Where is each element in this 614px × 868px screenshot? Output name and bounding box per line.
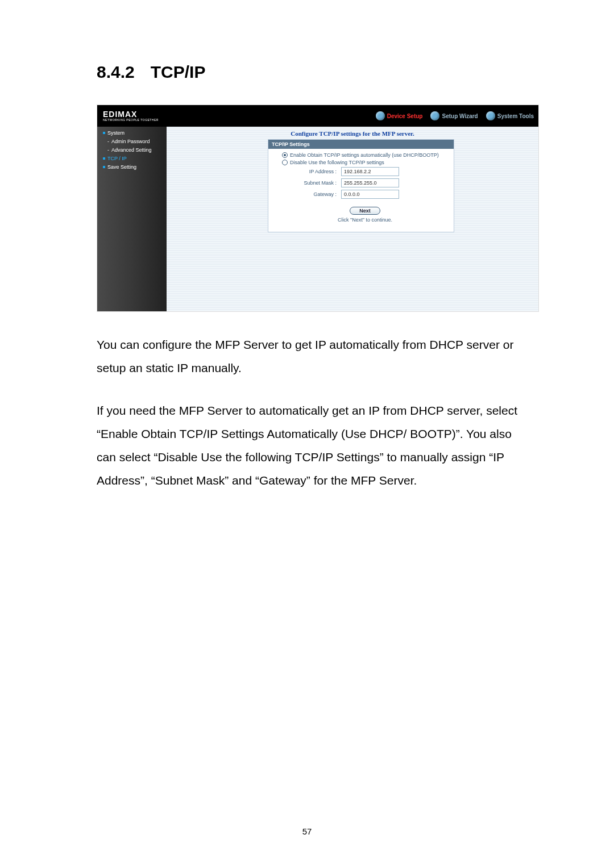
nav-setup-wizard[interactable]: Setup Wizard xyxy=(430,111,478,120)
field-ip-address: IP Address : xyxy=(282,167,448,176)
page-number: 57 xyxy=(0,827,614,836)
heading-number: 8.4.2 xyxy=(97,62,135,81)
bullet-icon xyxy=(103,132,105,134)
radio-disable-label: Disable Use the following TCP/IP setting… xyxy=(290,160,384,165)
nav-device-setup[interactable]: Device Setup xyxy=(376,111,423,120)
topbar: EDIMAX NETWORKING PEOPLE TOGETHER Device… xyxy=(97,105,538,127)
paragraph-1: You can configure the MFP Server to get … xyxy=(97,333,529,380)
top-nav: Device Setup Setup Wizard System Tools xyxy=(376,111,534,120)
section-heading: 8.4.2TCP/IP xyxy=(97,62,529,82)
field-subnet-mask: Subnet Mask : xyxy=(282,178,448,187)
radio-disable-static[interactable]: Disable Use the following TCP/IP setting… xyxy=(282,160,448,165)
wizard-icon xyxy=(430,111,439,120)
panel-title: Configure TCP/IP settings for the MFP se… xyxy=(167,127,538,137)
logo-brand: EDIMAX xyxy=(103,110,137,119)
sidebar-save-label: Save Setting xyxy=(107,164,136,170)
sidebar-item-save-setting[interactable]: Save Setting xyxy=(103,164,162,170)
ip-label: IP Address : xyxy=(282,169,341,174)
paragraph-2: If you need the MFP Server to automatica… xyxy=(97,399,529,493)
sidebar: System - Admin Password - Advanced Setti… xyxy=(97,127,167,311)
globe-icon xyxy=(376,111,385,120)
sidebar-advanced-label: Advanced Setting xyxy=(111,147,152,153)
subnet-input[interactable] xyxy=(341,178,399,187)
sidebar-item-system[interactable]: System xyxy=(103,130,162,136)
gateway-input[interactable] xyxy=(341,190,399,199)
body-text: You can configure the MFP Server to get … xyxy=(97,333,529,493)
sidebar-item-tcpip[interactable]: TCP / IP xyxy=(103,156,162,161)
next-button[interactable]: Next xyxy=(350,207,380,215)
main-panel: Configure TCP/IP settings for the MFP se… xyxy=(167,127,538,311)
nav-setup-wizard-label: Setup Wizard xyxy=(442,113,478,119)
logo-tagline: NETWORKING PEOPLE TOGETHER xyxy=(103,119,159,122)
tcpip-panel: TCP/IP Settings Enable Obtain TCP/IP set… xyxy=(268,139,454,232)
bullet-icon xyxy=(103,166,105,168)
subnet-label: Subnet Mask : xyxy=(282,180,341,186)
edimax-logo: EDIMAX NETWORKING PEOPLE TOGETHER xyxy=(103,110,159,122)
sidebar-system-label: System xyxy=(107,130,125,136)
nav-system-tools-label: System Tools xyxy=(497,113,534,119)
panel-heading: TCP/IP Settings xyxy=(268,140,454,149)
ip-input[interactable] xyxy=(341,167,399,176)
radio-enable-dhcp[interactable]: Enable Obtain TCP/IP settings automatica… xyxy=(282,152,448,158)
radio-enable-label: Enable Obtain TCP/IP settings automatica… xyxy=(290,152,439,158)
nav-system-tools[interactable]: System Tools xyxy=(486,111,534,120)
heading-title: TCP/IP xyxy=(151,62,206,81)
next-hint: Click "Next" to continue. xyxy=(282,217,448,223)
embedded-screenshot: EDIMAX NETWORKING PEOPLE TOGETHER Device… xyxy=(97,105,539,312)
gateway-label: Gateway : xyxy=(282,191,341,197)
radio-icon xyxy=(282,160,288,165)
sidebar-admin-label: Admin Password xyxy=(111,139,150,144)
sidebar-tcpip-label: TCP / IP xyxy=(107,156,127,161)
radio-icon xyxy=(282,152,288,158)
bullet-icon xyxy=(103,157,105,160)
tools-icon xyxy=(486,111,495,120)
field-gateway: Gateway : xyxy=(282,190,448,199)
panel-footer: Next Click "Next" to continue. xyxy=(282,201,448,227)
sidebar-item-admin-password[interactable]: - Admin Password xyxy=(103,139,162,144)
sidebar-item-advanced-setting[interactable]: - Advanced Setting xyxy=(103,147,162,153)
nav-device-setup-label: Device Setup xyxy=(387,113,423,119)
